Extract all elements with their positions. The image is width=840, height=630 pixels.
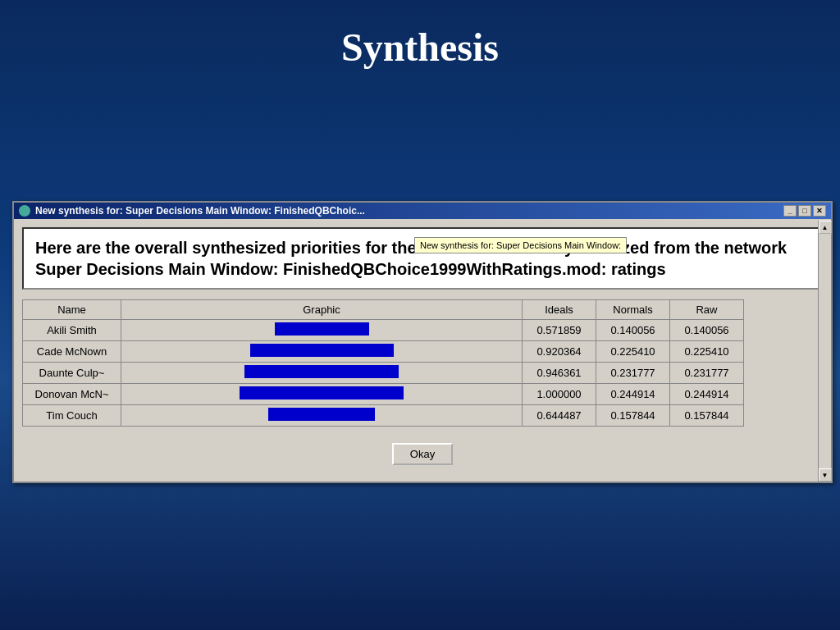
cell-ideals: 0.644487: [523, 405, 596, 427]
cell-normals: 0.225410: [596, 341, 670, 363]
scroll-down-arrow[interactable]: ▼: [819, 468, 832, 482]
close-button[interactable]: ✕: [813, 205, 826, 217]
cell-graphic: [121, 320, 523, 341]
cell-ideals: 0.920364: [523, 341, 596, 363]
bar-indicator: [275, 322, 369, 336]
table-row: Akili Smith0.5718590.1400560.140056: [23, 320, 744, 341]
cell-ideals: 1.000000: [523, 384, 596, 405]
cell-name: Cade McNown: [23, 341, 121, 363]
cell-graphic: [121, 405, 523, 427]
cell-normals: 0.244914: [596, 384, 670, 405]
cell-raw: 0.225410: [670, 341, 744, 363]
cell-name: Daunte Culp~: [23, 363, 121, 384]
minimize-button[interactable]: _: [783, 205, 797, 217]
cell-raw: 0.140056: [670, 320, 744, 341]
window-titlebar: New synthesis for: Super Decisions Main …: [14, 203, 831, 219]
col-header-ideals: Ideals: [523, 300, 596, 320]
cell-name: Tim Couch: [23, 405, 121, 427]
col-header-graphic: Graphic: [121, 300, 523, 320]
col-header-normals: Normals: [596, 300, 670, 320]
cell-normals: 0.231777: [596, 363, 670, 384]
window-title: New synthesis for: Super Decisions Main …: [35, 205, 365, 217]
col-header-raw: Raw: [670, 300, 744, 320]
bar-indicator: [244, 365, 399, 378]
cell-raw: 0.231777: [670, 363, 744, 384]
cell-normals: 0.157844: [596, 405, 670, 427]
col-header-name: Name: [23, 300, 121, 320]
cell-ideals: 0.571859: [523, 320, 596, 341]
cell-graphic: [121, 363, 523, 384]
tooltip: New synthesis for: Super Decisions Main …: [414, 237, 627, 253]
okay-button[interactable]: Okay: [392, 443, 453, 465]
table-row: Cade McNown0.9203640.2254100.225410: [23, 341, 744, 363]
table-row: Daunte Culp~0.9463610.2317770.231777: [23, 363, 744, 384]
cell-graphic: [121, 341, 523, 363]
scroll-up-arrow[interactable]: ▲: [819, 221, 832, 234]
maximize-button[interactable]: □: [798, 205, 811, 217]
window-controls: _ □ ✕: [783, 205, 826, 217]
bar-indicator: [250, 344, 394, 357]
cell-raw: 0.244914: [670, 384, 744, 405]
cell-ideals: 0.946361: [523, 363, 596, 384]
table-row: Donovan McN~1.0000000.2449140.244914: [23, 384, 744, 405]
table-row: Tim Couch0.6444870.1578440.157844: [23, 405, 744, 427]
cell-name: Donovan McN~: [23, 384, 121, 405]
window-body: New synthesis for: Super Decisions Main …: [14, 219, 831, 482]
okay-section: Okay: [22, 427, 823, 473]
window-icon: [19, 205, 30, 217]
main-window: New synthesis for: Super Decisions Main …: [12, 201, 833, 483]
scrollbar[interactable]: ▲ ▼: [818, 221, 831, 482]
cell-name: Akili Smith: [23, 320, 121, 341]
page-title: Synthesis: [0, 0, 840, 86]
bar-indicator: [268, 408, 375, 421]
cell-raw: 0.157844: [670, 405, 744, 427]
cell-graphic: [121, 384, 523, 405]
cell-normals: 0.140056: [596, 320, 670, 341]
bar-indicator: [240, 386, 404, 399]
results-table: Name Graphic Ideals Normals Raw Akili Sm…: [22, 299, 744, 427]
